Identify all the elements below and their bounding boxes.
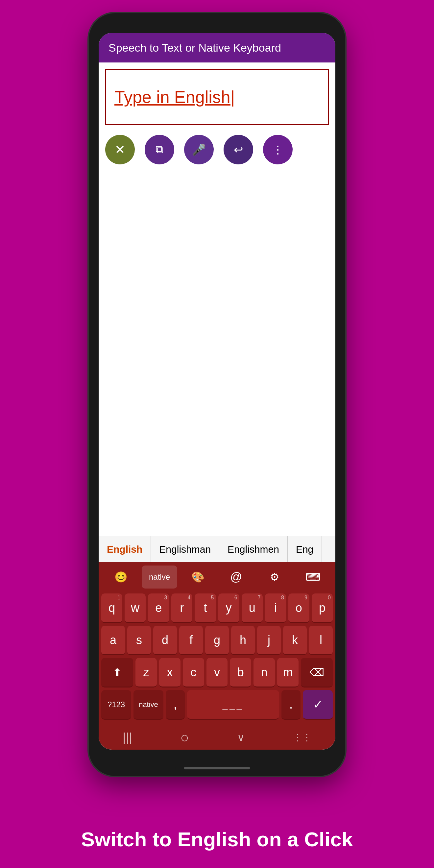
key-b[interactable]: b: [230, 658, 251, 687]
toolbar-emoji-btn[interactable]: 😊: [103, 565, 139, 589]
key-row-3: ⬆ z x c v b n m ⌫: [101, 658, 333, 687]
key-s[interactable]: s: [127, 626, 151, 655]
toolbar-palette-btn[interactable]: 🎨: [180, 565, 216, 589]
suggestion-eng[interactable]: Eng: [288, 536, 322, 562]
down-nav-btn[interactable]: ∨: [237, 731, 245, 744]
bottom-tagline: Switch to English on a Click: [61, 811, 373, 868]
key-m[interactable]: m: [277, 658, 299, 687]
key-row-1: q1 w e3 r4 t5 y6 u7 i8 o9 p0: [101, 593, 333, 623]
key-o[interactable]: o9: [288, 593, 309, 623]
undo-button[interactable]: ↩: [224, 135, 253, 164]
empty-space: [99, 168, 335, 536]
key-n[interactable]: n: [253, 658, 275, 687]
numbers-key[interactable]: ?123: [101, 690, 131, 720]
key-row-2: a s d f g h j k l: [101, 626, 333, 655]
key-e[interactable]: e3: [148, 593, 169, 623]
key-t[interactable]: t5: [195, 593, 216, 623]
key-a[interactable]: a: [101, 626, 125, 655]
shift-key[interactable]: ⬆: [101, 658, 133, 687]
key-i[interactable]: i8: [265, 593, 286, 623]
share-button[interactable]: ⋮: [263, 135, 292, 164]
toolbar-keyboard-btn[interactable]: ⌨: [295, 565, 331, 589]
space-key[interactable]: ___: [187, 690, 279, 720]
phone-frame: Speech to Text or Native Keyboard Type i…: [89, 13, 345, 776]
key-g[interactable]: g: [205, 626, 229, 655]
back-nav-btn[interactable]: |||: [123, 731, 132, 744]
bottom-nav: ||| ○ ∨ ⋮⋮: [99, 725, 335, 750]
suggestion-englishman[interactable]: Englishman: [151, 536, 219, 562]
key-r[interactable]: r4: [171, 593, 192, 623]
backspace-key[interactable]: ⌫: [301, 658, 333, 687]
toolbar-native-btn[interactable]: native: [142, 565, 178, 589]
comma-key[interactable]: ,: [166, 690, 185, 720]
key-v[interactable]: v: [207, 658, 228, 687]
top-bar-title: Speech to Text or Native Keyboard: [108, 41, 281, 54]
key-f[interactable]: f: [179, 626, 203, 655]
suggestion-english[interactable]: English: [99, 536, 151, 562]
keyboard-area: q1 w e3 r4 t5 y6 u7 i8 o9 p0 a s d f g h…: [99, 592, 335, 725]
key-row-4: ?123 native , ___ . ✓: [101, 690, 333, 720]
copy-button[interactable]: ⧉: [145, 135, 174, 164]
confirm-key[interactable]: ✓: [303, 690, 333, 720]
type-prompt-prefix: Type in: [115, 88, 174, 106]
action-buttons-row: ✕ ⧉ 🎤 ↩ ⋮: [99, 131, 335, 168]
key-u[interactable]: u7: [242, 593, 263, 623]
text-input-area[interactable]: Type in English|: [105, 69, 329, 125]
type-prompt: Type in English|: [115, 87, 235, 107]
mic-button[interactable]: 🎤: [184, 135, 214, 164]
key-j[interactable]: j: [257, 626, 281, 655]
key-k[interactable]: k: [283, 626, 307, 655]
suggestions-bar: English Englishman Englishmen Eng: [99, 536, 335, 562]
suggestion-englishmen[interactable]: Englishmen: [219, 536, 288, 562]
key-c[interactable]: c: [183, 658, 204, 687]
delete-button[interactable]: ✕: [105, 135, 135, 164]
period-key[interactable]: .: [281, 690, 301, 720]
native-key[interactable]: native: [133, 690, 163, 720]
phone-bottom-indicator: [184, 767, 250, 769]
type-prompt-language: English: [174, 88, 230, 106]
keyboard-toolbar: 😊 native 🎨 @ ⚙ ⌨: [99, 562, 335, 592]
toolbar-at-btn[interactable]: @: [218, 565, 254, 589]
key-d[interactable]: d: [153, 626, 177, 655]
key-q[interactable]: q1: [101, 593, 122, 623]
toolbar-settings-btn[interactable]: ⚙: [257, 565, 292, 589]
phone-screen: Speech to Text or Native Keyboard Type i…: [99, 33, 335, 750]
key-y[interactable]: y6: [218, 593, 239, 623]
key-h[interactable]: h: [231, 626, 255, 655]
key-z[interactable]: z: [135, 658, 157, 687]
home-nav-btn[interactable]: ○: [180, 729, 189, 746]
grid-nav-btn[interactable]: ⋮⋮: [293, 732, 311, 743]
key-l[interactable]: l: [309, 626, 333, 655]
key-p[interactable]: p0: [312, 593, 333, 623]
key-w[interactable]: w: [125, 593, 146, 623]
key-x[interactable]: x: [159, 658, 181, 687]
top-bar: Speech to Text or Native Keyboard: [99, 33, 335, 62]
